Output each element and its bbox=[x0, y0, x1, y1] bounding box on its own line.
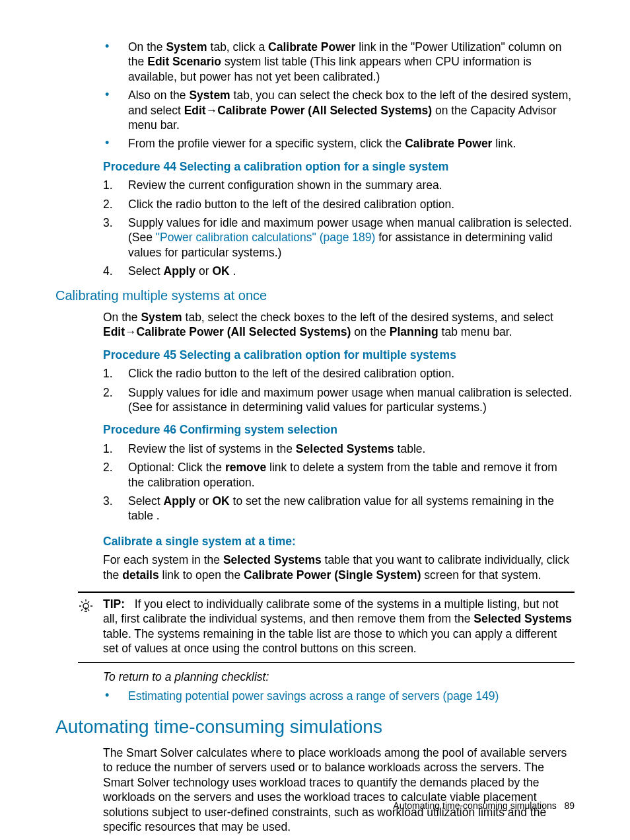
list-item: From the profile viewer for a specific s… bbox=[103, 136, 575, 151]
procedure-45-steps: Click the radio button to the left of th… bbox=[103, 366, 575, 414]
section-heading-calibrating-multiple: Calibrating multiple systems at once bbox=[55, 287, 575, 305]
paragraph: The Smart Solver calculates where to pla… bbox=[103, 745, 575, 834]
bold-text: Selected Systems bbox=[223, 553, 322, 566]
text: or bbox=[195, 264, 212, 278]
text: screen for that system. bbox=[421, 568, 542, 582]
step: Select Apply or OK to set the new calibr… bbox=[103, 494, 575, 523]
text: Optional: Click the bbox=[128, 461, 225, 474]
step: Select Apply or OK . bbox=[103, 264, 575, 278]
text: link. bbox=[492, 137, 516, 150]
page-footer: Automating time-consuming simulations 89 bbox=[393, 800, 575, 812]
intro-bullet-list: On the System tab, click a Calibrate Pow… bbox=[103, 40, 575, 151]
bold-text: Planning bbox=[390, 325, 438, 338]
step: Supply values for idle and maximum power… bbox=[103, 385, 575, 415]
text: Select bbox=[128, 494, 164, 508]
bold-text: Calibrate Power (All Selected Systems) bbox=[217, 104, 432, 117]
tip-label: TIP: bbox=[103, 597, 125, 611]
paragraph: For each system in the Selected Systems … bbox=[103, 553, 575, 582]
bold-text: details bbox=[122, 568, 158, 582]
procedure-44-steps: Review the current configuration shown i… bbox=[103, 178, 575, 278]
text: tab, select the check boxes to the left … bbox=[182, 311, 553, 324]
text: or bbox=[195, 494, 212, 508]
list-item: Also on the System tab, you can select t… bbox=[103, 88, 575, 132]
bold-text: Apply bbox=[164, 264, 196, 278]
procedure-44-heading: Procedure 44 Selecting a calibration opt… bbox=[103, 159, 575, 174]
bold-text: remove bbox=[225, 461, 266, 474]
procedure-46-steps: Review the list of systems in the Select… bbox=[103, 441, 575, 523]
page-number: 89 bbox=[564, 800, 575, 811]
bold-text: Apply bbox=[164, 494, 196, 508]
cross-reference-link[interactable]: Estimating potential power savings acros… bbox=[128, 689, 499, 703]
body-content: On the System tab, click a Calibrate Pow… bbox=[103, 40, 575, 840]
calibrate-single-heading: Calibrate a single system at a time: bbox=[103, 534, 575, 549]
arrow: → bbox=[206, 104, 218, 117]
bold-text: Calibrate Power bbox=[268, 40, 355, 54]
procedure-46-heading: Procedure 46 Confirming system selection bbox=[103, 422, 575, 437]
text: tab, click a bbox=[207, 40, 268, 54]
text: . bbox=[230, 264, 236, 278]
procedure-45-heading: Procedure 45 Selecting a calibration opt… bbox=[103, 348, 575, 362]
text: tab menu bar. bbox=[438, 325, 512, 338]
bold-text: Edit Scenario bbox=[147, 55, 221, 68]
step: Supply values for idle and maximum power… bbox=[103, 215, 575, 260]
bold-text: Selected Systems bbox=[296, 442, 394, 455]
step: Click the radio button to the left of th… bbox=[103, 366, 575, 381]
text: Select bbox=[128, 264, 164, 278]
bold-text: Edit bbox=[103, 325, 125, 338]
text: table. The systems remaining in the tabl… bbox=[103, 627, 557, 655]
return-list: Estimating potential power savings acros… bbox=[103, 689, 575, 703]
bold-text: Calibrate Power bbox=[405, 137, 492, 150]
tip-callout: TIP: If you elect to individually calibr… bbox=[103, 597, 575, 656]
step: Review the list of systems in the Select… bbox=[103, 441, 575, 456]
return-label: To return to a planning checklist: bbox=[103, 669, 575, 684]
divider bbox=[78, 592, 575, 593]
step: Review the current configuration shown i… bbox=[103, 178, 575, 192]
document-page: On the System tab, click a Calibrate Pow… bbox=[0, 0, 630, 840]
bold-text: Calibrate Power (Single System) bbox=[244, 568, 421, 582]
bold-text: System bbox=[166, 40, 207, 54]
text: On the bbox=[103, 311, 141, 324]
text: From the profile viewer for a specific s… bbox=[128, 137, 405, 150]
divider bbox=[78, 662, 575, 663]
arrow: → bbox=[125, 325, 137, 338]
text: link to open the bbox=[159, 568, 244, 582]
text: on the bbox=[351, 325, 389, 338]
list-item: On the System tab, click a Calibrate Pow… bbox=[103, 40, 575, 84]
bold-text: Selected Systems bbox=[473, 612, 572, 625]
tip-icon bbox=[78, 598, 94, 614]
text: Also on the bbox=[128, 89, 189, 102]
bold-text: Calibrate Power (All Selected Systems) bbox=[137, 325, 351, 338]
footer-text: Automating time-consuming simulations bbox=[393, 800, 556, 811]
list-item: Estimating potential power savings acros… bbox=[103, 689, 575, 703]
step: Optional: Click the remove link to delet… bbox=[103, 460, 575, 490]
bold-text: System bbox=[141, 311, 182, 324]
bold-text: OK bbox=[212, 494, 229, 508]
step: Click the radio button to the left of th… bbox=[103, 197, 575, 211]
bold-text: System bbox=[189, 89, 230, 102]
paragraph: On the System tab, select the check boxe… bbox=[103, 310, 575, 340]
bold-text: Edit bbox=[184, 104, 206, 117]
text: table. bbox=[394, 442, 426, 455]
text: For each system in the bbox=[103, 553, 223, 566]
cross-reference-link[interactable]: "Power calibration calculations" (page 1… bbox=[156, 231, 375, 244]
text: On the bbox=[128, 40, 166, 54]
text: Review the list of systems in the bbox=[128, 442, 296, 455]
section-heading-automating: Automating time-consuming simulations bbox=[55, 715, 575, 739]
bold-text: OK bbox=[212, 264, 229, 278]
